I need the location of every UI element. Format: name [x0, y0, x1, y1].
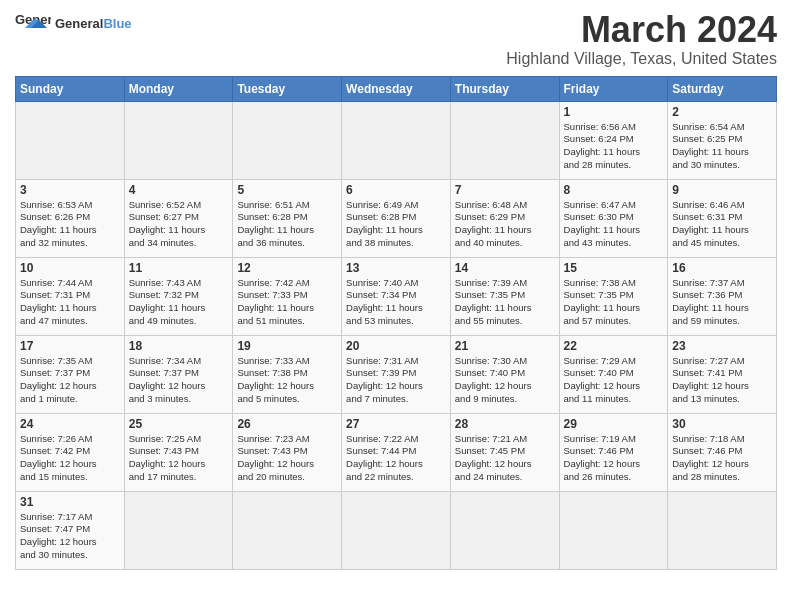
header-saturday: Saturday — [668, 76, 777, 101]
calendar-week-2: 10Sunrise: 7:44 AM Sunset: 7:31 PM Dayli… — [16, 257, 777, 335]
calendar-cell — [559, 491, 668, 569]
calendar-cell: 25Sunrise: 7:25 AM Sunset: 7:43 PM Dayli… — [124, 413, 233, 491]
weekday-header-row: Sunday Monday Tuesday Wednesday Thursday… — [16, 76, 777, 101]
calendar-cell: 10Sunrise: 7:44 AM Sunset: 7:31 PM Dayli… — [16, 257, 125, 335]
calendar-cell: 27Sunrise: 7:22 AM Sunset: 7:44 PM Dayli… — [342, 413, 451, 491]
header-tuesday: Tuesday — [233, 76, 342, 101]
day-number: 11 — [129, 261, 229, 275]
calendar-cell — [16, 101, 125, 179]
header-wednesday: Wednesday — [342, 76, 451, 101]
day-info: Sunrise: 7:19 AM Sunset: 7:46 PM Dayligh… — [564, 433, 664, 484]
day-info: Sunrise: 6:54 AM Sunset: 6:25 PM Dayligh… — [672, 121, 772, 172]
day-info: Sunrise: 7:21 AM Sunset: 7:45 PM Dayligh… — [455, 433, 555, 484]
header-friday: Friday — [559, 76, 668, 101]
day-number: 25 — [129, 417, 229, 431]
calendar-cell: 8Sunrise: 6:47 AM Sunset: 6:30 PM Daylig… — [559, 179, 668, 257]
day-info: Sunrise: 6:52 AM Sunset: 6:27 PM Dayligh… — [129, 199, 229, 250]
calendar-cell — [342, 101, 451, 179]
calendar-week-1: 3Sunrise: 6:53 AM Sunset: 6:26 PM Daylig… — [16, 179, 777, 257]
calendar-cell — [342, 491, 451, 569]
calendar-cell: 12Sunrise: 7:42 AM Sunset: 7:33 PM Dayli… — [233, 257, 342, 335]
day-number: 20 — [346, 339, 446, 353]
day-number: 6 — [346, 183, 446, 197]
day-number: 30 — [672, 417, 772, 431]
calendar-cell: 19Sunrise: 7:33 AM Sunset: 7:38 PM Dayli… — [233, 335, 342, 413]
calendar-cell — [124, 101, 233, 179]
day-number: 19 — [237, 339, 337, 353]
logo-text: GeneralBlue — [55, 17, 132, 31]
calendar-cell: 13Sunrise: 7:40 AM Sunset: 7:34 PM Dayli… — [342, 257, 451, 335]
day-number: 4 — [129, 183, 229, 197]
day-number: 31 — [20, 495, 120, 509]
calendar-cell: 9Sunrise: 6:46 AM Sunset: 6:31 PM Daylig… — [668, 179, 777, 257]
calendar-cell: 22Sunrise: 7:29 AM Sunset: 7:40 PM Dayli… — [559, 335, 668, 413]
day-info: Sunrise: 7:29 AM Sunset: 7:40 PM Dayligh… — [564, 355, 664, 406]
calendar-cell: 29Sunrise: 7:19 AM Sunset: 7:46 PM Dayli… — [559, 413, 668, 491]
day-info: Sunrise: 6:51 AM Sunset: 6:28 PM Dayligh… — [237, 199, 337, 250]
day-number: 21 — [455, 339, 555, 353]
calendar-table: Sunday Monday Tuesday Wednesday Thursday… — [15, 76, 777, 570]
day-info: Sunrise: 6:47 AM Sunset: 6:30 PM Dayligh… — [564, 199, 664, 250]
calendar-cell — [450, 101, 559, 179]
calendar-title: March 2024 — [506, 10, 777, 50]
calendar-cell: 30Sunrise: 7:18 AM Sunset: 7:46 PM Dayli… — [668, 413, 777, 491]
logo-icon: General — [15, 10, 51, 38]
day-info: Sunrise: 6:48 AM Sunset: 6:29 PM Dayligh… — [455, 199, 555, 250]
day-number: 5 — [237, 183, 337, 197]
day-number: 10 — [20, 261, 120, 275]
calendar-cell: 28Sunrise: 7:21 AM Sunset: 7:45 PM Dayli… — [450, 413, 559, 491]
day-info: Sunrise: 6:56 AM Sunset: 6:24 PM Dayligh… — [564, 121, 664, 172]
day-number: 9 — [672, 183, 772, 197]
calendar-cell: 14Sunrise: 7:39 AM Sunset: 7:35 PM Dayli… — [450, 257, 559, 335]
day-info: Sunrise: 7:25 AM Sunset: 7:43 PM Dayligh… — [129, 433, 229, 484]
day-number: 3 — [20, 183, 120, 197]
day-number: 8 — [564, 183, 664, 197]
day-info: Sunrise: 7:30 AM Sunset: 7:40 PM Dayligh… — [455, 355, 555, 406]
day-info: Sunrise: 7:42 AM Sunset: 7:33 PM Dayligh… — [237, 277, 337, 328]
day-number: 28 — [455, 417, 555, 431]
day-number: 12 — [237, 261, 337, 275]
calendar-cell — [233, 101, 342, 179]
day-info: Sunrise: 7:34 AM Sunset: 7:37 PM Dayligh… — [129, 355, 229, 406]
day-number: 23 — [672, 339, 772, 353]
day-info: Sunrise: 7:40 AM Sunset: 7:34 PM Dayligh… — [346, 277, 446, 328]
day-number: 26 — [237, 417, 337, 431]
day-number: 18 — [129, 339, 229, 353]
calendar-cell: 6Sunrise: 6:49 AM Sunset: 6:28 PM Daylig… — [342, 179, 451, 257]
day-info: Sunrise: 7:26 AM Sunset: 7:42 PM Dayligh… — [20, 433, 120, 484]
day-number: 27 — [346, 417, 446, 431]
day-number: 17 — [20, 339, 120, 353]
calendar-cell: 31Sunrise: 7:17 AM Sunset: 7:47 PM Dayli… — [16, 491, 125, 569]
day-info: Sunrise: 7:43 AM Sunset: 7:32 PM Dayligh… — [129, 277, 229, 328]
calendar-cell: 3Sunrise: 6:53 AM Sunset: 6:26 PM Daylig… — [16, 179, 125, 257]
title-section: March 2024 Highland Village, Texas, Unit… — [506, 10, 777, 68]
day-number: 15 — [564, 261, 664, 275]
day-number: 24 — [20, 417, 120, 431]
calendar-cell — [124, 491, 233, 569]
calendar-cell: 20Sunrise: 7:31 AM Sunset: 7:39 PM Dayli… — [342, 335, 451, 413]
calendar-subtitle: Highland Village, Texas, United States — [506, 50, 777, 68]
day-number: 13 — [346, 261, 446, 275]
calendar-cell: 24Sunrise: 7:26 AM Sunset: 7:42 PM Dayli… — [16, 413, 125, 491]
calendar-cell: 18Sunrise: 7:34 AM Sunset: 7:37 PM Dayli… — [124, 335, 233, 413]
header-monday: Monday — [124, 76, 233, 101]
calendar-week-5: 31Sunrise: 7:17 AM Sunset: 7:47 PM Dayli… — [16, 491, 777, 569]
day-number: 7 — [455, 183, 555, 197]
day-number: 14 — [455, 261, 555, 275]
day-number: 2 — [672, 105, 772, 119]
day-info: Sunrise: 7:37 AM Sunset: 7:36 PM Dayligh… — [672, 277, 772, 328]
calendar-week-0: 1Sunrise: 6:56 AM Sunset: 6:24 PM Daylig… — [16, 101, 777, 179]
calendar-cell: 4Sunrise: 6:52 AM Sunset: 6:27 PM Daylig… — [124, 179, 233, 257]
day-info: Sunrise: 6:49 AM Sunset: 6:28 PM Dayligh… — [346, 199, 446, 250]
calendar-cell: 23Sunrise: 7:27 AM Sunset: 7:41 PM Dayli… — [668, 335, 777, 413]
page-header: General GeneralBlue March 2024 Highland … — [15, 10, 777, 68]
day-info: Sunrise: 7:35 AM Sunset: 7:37 PM Dayligh… — [20, 355, 120, 406]
calendar-cell — [233, 491, 342, 569]
calendar-cell — [450, 491, 559, 569]
day-info: Sunrise: 7:23 AM Sunset: 7:43 PM Dayligh… — [237, 433, 337, 484]
day-info: Sunrise: 7:31 AM Sunset: 7:39 PM Dayligh… — [346, 355, 446, 406]
calendar-cell: 5Sunrise: 6:51 AM Sunset: 6:28 PM Daylig… — [233, 179, 342, 257]
day-info: Sunrise: 7:27 AM Sunset: 7:41 PM Dayligh… — [672, 355, 772, 406]
day-number: 1 — [564, 105, 664, 119]
logo: General GeneralBlue — [15, 10, 132, 38]
